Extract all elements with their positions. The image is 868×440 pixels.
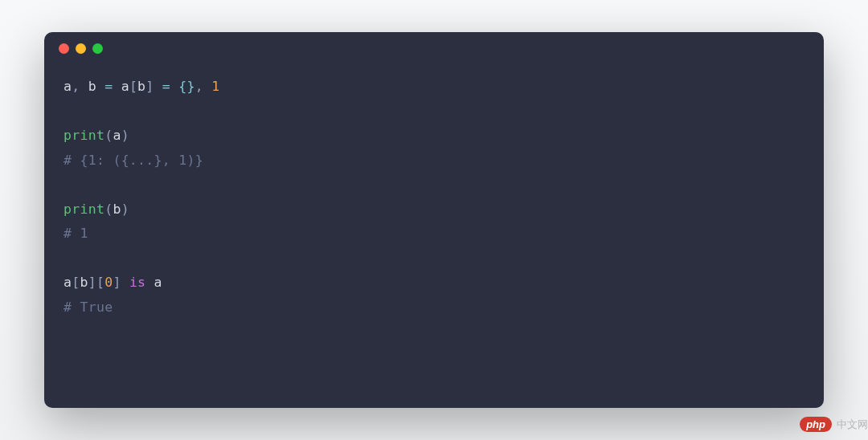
code-token: # True	[63, 299, 113, 315]
code-token: ,	[72, 79, 88, 94]
code-token: 1	[211, 79, 219, 94]
code-token: b	[80, 275, 88, 290]
code-token	[113, 79, 121, 94]
php-badge: php	[800, 417, 832, 432]
code-token: b	[137, 79, 145, 94]
code-token: =	[104, 79, 113, 94]
watermark-text: 中文网	[837, 418, 868, 432]
code-line	[63, 246, 805, 271]
code-token	[170, 79, 178, 94]
code-token	[154, 79, 162, 94]
code-token: is	[129, 275, 145, 290]
code-token: a	[113, 128, 121, 143]
code-token: # 1	[63, 226, 88, 241]
code-token	[121, 275, 129, 290]
code-line: # 1	[63, 222, 805, 246]
code-line: # True	[63, 295, 805, 320]
watermark: php 中文网	[800, 417, 868, 432]
code-token: {}	[178, 79, 194, 94]
close-icon	[59, 43, 69, 54]
code-line	[63, 100, 805, 124]
code-token: [	[72, 275, 80, 290]
maximize-icon	[92, 43, 103, 54]
code-token: b	[113, 202, 121, 217]
code-token: 0	[104, 275, 113, 290]
code-token: print	[63, 202, 104, 217]
page-backdrop: a, b = a[b] = {}, 1 print(a)# {1: ({...}…	[0, 0, 868, 440]
code-token: # {1: ({...}, 1)}	[63, 153, 203, 168]
code-token: )	[121, 128, 129, 143]
code-token: ]	[145, 79, 154, 94]
code-line	[63, 173, 805, 198]
code-token: b	[88, 79, 96, 94]
minimize-icon	[76, 43, 86, 54]
code-token: print	[63, 128, 104, 143]
code-token: [	[129, 79, 137, 94]
code-token: ]	[88, 275, 96, 290]
code-line: print(b)	[63, 198, 805, 222]
code-token	[96, 79, 104, 94]
code-line: a[b][0] is a	[63, 271, 805, 295]
code-token: )	[121, 202, 129, 217]
code-body: a, b = a[b] = {}, 1 print(a)# {1: ({...}…	[44, 60, 824, 334]
code-token: a	[63, 275, 72, 290]
code-token: ]	[113, 275, 121, 290]
code-token: (	[104, 128, 113, 143]
code-line: # {1: ({...}, 1)}	[63, 149, 805, 173]
code-line: a, b = a[b] = {}, 1	[63, 75, 805, 100]
window-titlebar	[44, 32, 824, 60]
code-token: a	[154, 275, 162, 290]
code-token: (	[104, 202, 113, 217]
code-token: [	[96, 275, 104, 290]
code-token: a	[121, 79, 129, 94]
code-token: ,	[195, 79, 211, 94]
code-window: a, b = a[b] = {}, 1 print(a)# {1: ({...}…	[44, 32, 824, 408]
code-token: a	[63, 79, 72, 94]
code-line: print(a)	[63, 124, 805, 149]
code-token: =	[162, 79, 170, 94]
code-token	[145, 275, 154, 290]
